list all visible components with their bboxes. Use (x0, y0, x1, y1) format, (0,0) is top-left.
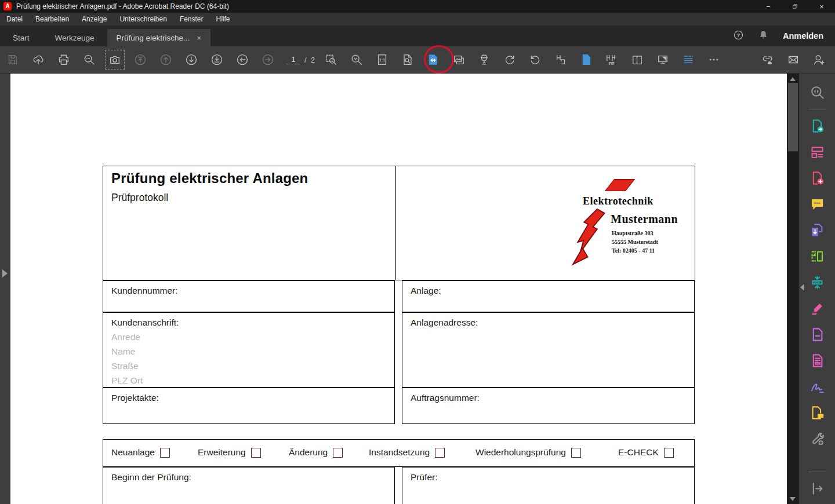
scrollbar-thumb[interactable] (788, 83, 798, 151)
last-page-icon[interactable] (204, 47, 230, 72)
instandsetzung-checkbox[interactable] (435, 448, 445, 458)
snapshot-icon[interactable] (102, 47, 128, 72)
prepare-form-icon[interactable] (804, 348, 830, 374)
rotate-clockwise-icon[interactable] (497, 47, 522, 72)
anlagenadresse-label: Anlagenadresse: (411, 317, 478, 328)
menu-hilfe[interactable]: Hilfe (210, 13, 237, 25)
print-icon[interactable] (51, 47, 77, 72)
page-number-input[interactable] (286, 55, 300, 64)
lightning-bolt-icon (570, 208, 612, 266)
checkbox-row-cell: Neuanlage Erweiterung Änderung Instandse… (103, 439, 695, 467)
minimize-button[interactable]: − (755, 0, 782, 13)
projektakte-label: Projektakte: (111, 393, 159, 403)
profile-icon[interactable] (806, 47, 832, 72)
menu-bearbeiten[interactable]: Bearbeiten (29, 13, 75, 25)
plz-ort-placeholder[interactable]: PLZ Ort (111, 375, 143, 386)
erweiterung-checkbox[interactable] (251, 448, 261, 458)
help-icon[interactable] (733, 30, 744, 43)
checkbox-group-erweiterung: Erweiterung (198, 447, 261, 458)
company-logo: Elektrotechnik Mustermann Hauptstraße 30… (570, 179, 692, 266)
continuous-scroll-icon[interactable] (548, 47, 573, 72)
marquee-zoom-icon[interactable] (318, 47, 344, 72)
collapse-rail-icon[interactable] (800, 284, 804, 291)
tools-rail (799, 74, 835, 504)
expand-panel-icon[interactable] (804, 476, 830, 502)
scroll-up-icon[interactable] (790, 77, 796, 81)
form-logo-cell: Elektrotechnik Mustermann Hauptstraße 30… (395, 166, 695, 280)
protect-icon[interactable] (804, 322, 830, 348)
logo-company-line1: Elektrotechnik (583, 195, 654, 207)
zoom-options-icon[interactable] (344, 47, 369, 72)
comment-icon[interactable] (804, 191, 830, 217)
page-total: 2 (311, 56, 315, 64)
export-pdf-icon[interactable] (804, 113, 830, 139)
wiederholungspruefung-checkbox[interactable] (571, 448, 581, 458)
first-page-icon (128, 47, 153, 72)
notifications-bell-icon[interactable] (758, 30, 769, 43)
form-header-cell: Prüfung elektrischer Anlagen Prüfprotoko… (103, 166, 396, 280)
navigation-pane-toggle-icon[interactable] (2, 269, 8, 277)
share-cloud-icon[interactable] (26, 47, 51, 72)
scroll-down-icon[interactable] (790, 497, 796, 501)
read-mode-icon[interactable] (471, 47, 497, 72)
organize-pages-icon[interactable] (804, 243, 830, 269)
two-page-view-icon[interactable] (625, 47, 650, 72)
strasse-placeholder[interactable]: Straße (111, 361, 139, 371)
pan-zoom-icon[interactable] (804, 79, 830, 105)
menu-fenster[interactable]: Fenster (173, 13, 210, 25)
anlage-label: Anlage: (411, 286, 441, 296)
menu-anzeige[interactable]: Anzeige (75, 13, 113, 25)
vertical-scrollbar[interactable] (787, 74, 799, 504)
send-for-comments-icon[interactable] (804, 400, 830, 426)
aenderung-checkbox[interactable] (333, 448, 343, 458)
share-link-icon[interactable] (755, 47, 780, 72)
document-subtitle: Prüfprotokoll (111, 192, 168, 204)
sign-in-button[interactable]: Anmelden (783, 31, 823, 41)
fit-width-icon[interactable] (420, 47, 446, 72)
two-page-scroll-icon[interactable] (599, 47, 625, 72)
compress-pdf-icon[interactable] (804, 269, 830, 295)
menu-unterschreiben[interactable]: Unterschreiben (113, 13, 173, 25)
echeck-checkbox[interactable] (664, 448, 674, 458)
restore-button[interactable] (782, 0, 808, 13)
page-display-icon[interactable] (446, 47, 471, 72)
fill-and-sign-icon[interactable] (804, 374, 830, 400)
window-title: Prüfung elektrischer Anlagen.pdf - Adobe… (16, 2, 229, 10)
rail-divider (808, 109, 826, 109)
full-screen-icon[interactable] (650, 47, 676, 72)
title-bar: A Prüfung elektrischer Anlagen.pdf - Ado… (0, 0, 835, 13)
kundenanschrift-label: Kundenanschrift: (111, 317, 179, 328)
single-page-view-icon[interactable] (573, 47, 599, 72)
previous-view-icon[interactable] (230, 47, 255, 72)
name-placeholder[interactable]: Name (111, 346, 135, 357)
actual-size-icon[interactable] (369, 47, 395, 72)
pdf-page: Prüfung elektrischer Anlagen Prüfprotoko… (10, 74, 787, 504)
more-tools-icon[interactable] (701, 47, 727, 72)
search-icon[interactable] (77, 47, 102, 72)
tab-start[interactable]: Start (0, 29, 42, 46)
combine-files-icon[interactable] (804, 217, 830, 243)
tab-werkzeuge[interactable]: Werkzeuge (42, 29, 107, 46)
tab-document[interactable]: Prüfung elektrische... × (107, 29, 210, 46)
add-tools-icon[interactable] (804, 426, 830, 452)
zoom-to-page-icon[interactable] (395, 47, 420, 72)
menu-datei[interactable]: Datei (0, 13, 29, 25)
next-page-icon[interactable] (179, 47, 204, 72)
anlage-cell: Anlage: (402, 280, 695, 312)
anlagenadresse-cell: Anlagenadresse: (402, 312, 695, 388)
create-pdf-icon[interactable] (804, 165, 830, 191)
checkbox-group-aenderung: Änderung (289, 447, 343, 458)
tab-close-icon[interactable]: × (197, 34, 201, 42)
main-toolbar: / 2 (0, 46, 835, 74)
rotate-counterclockwise-icon[interactable] (522, 47, 548, 72)
send-email-icon[interactable] (780, 47, 806, 72)
redact-icon[interactable] (804, 295, 830, 322)
neuanlage-checkbox[interactable] (160, 448, 170, 458)
line-weights-icon[interactable] (676, 47, 701, 72)
edit-pdf-icon[interactable] (804, 139, 830, 165)
document-title: Prüfung elektrischer Anlagen (111, 170, 308, 187)
close-button[interactable]: × (808, 0, 835, 13)
anrede-placeholder[interactable]: Anrede (111, 332, 140, 342)
checkbox-group-wiederholungspruefung: Wiederholungsprüfung (475, 447, 581, 458)
checkbox-group-instandsetzung: Instandsetzung (369, 447, 445, 458)
